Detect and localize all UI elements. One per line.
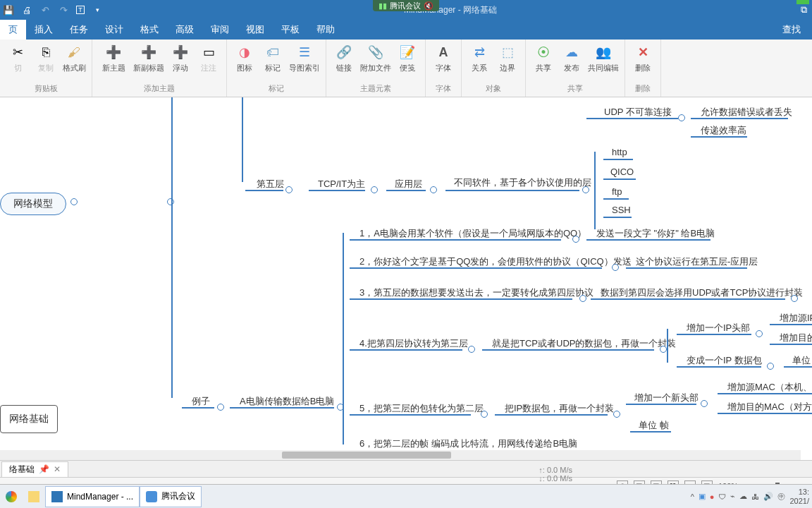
coedit-button[interactable]: 👥共同编辑	[586, 41, 620, 73]
group-markers: 标记	[231, 82, 321, 95]
undo-icon[interactable]: ↶	[39, 4, 51, 16]
node-appdesc[interactable]: 不同软件，基于各个协议使用的层	[451, 175, 594, 190]
handle[interactable]	[612, 264, 619, 271]
qat-dropdown-icon[interactable]: ▾	[92, 4, 103, 16]
node-proto-http[interactable]: http	[609, 145, 630, 159]
tab-view[interactable]: 视图	[238, 20, 273, 40]
find-button[interactable]: 查找	[771, 20, 812, 40]
handle[interactable]	[660, 346, 667, 353]
handle[interactable]	[582, 186, 589, 193]
tab-design[interactable]: 设计	[97, 20, 132, 40]
handle[interactable]	[701, 400, 708, 407]
taskbar-chrome[interactable]	[0, 486, 23, 507]
window-title: MindManager - 网络基础	[103, 4, 798, 16]
pin-icon[interactable]: 📌	[39, 464, 49, 474]
handle[interactable]	[285, 186, 293, 193]
node-proto-ssh[interactable]: SSH	[609, 203, 634, 217]
boundary-button[interactable]: ⬚边界	[494, 41, 521, 73]
handle[interactable]	[756, 330, 763, 337]
handle[interactable]	[613, 411, 620, 418]
group-add-topic: 添加主题	[97, 82, 222, 95]
attach-button[interactable]: 📎附加文件	[359, 41, 393, 73]
cut-button[interactable]: ✂切	[4, 41, 31, 73]
clock-time: 13:	[789, 488, 809, 496]
topic-icon[interactable]: T	[76, 6, 85, 14]
document-tab-label: 络基础	[9, 464, 35, 476]
publish-button[interactable]: ☁发布	[558, 41, 585, 73]
floating-button[interactable]: ➕浮动	[167, 41, 194, 73]
format-painter-button[interactable]: 🖌格式刷	[61, 41, 87, 73]
ribbon-tabs: 页 插入 任务 设计 格式 高级 审阅 视图 平板 帮助 查找	[0, 20, 812, 40]
node-step6[interactable]: 6，把第二层的帧 编码成 比特流，用网线传递给B电脑	[357, 436, 580, 450]
handle[interactable]	[678, 114, 685, 121]
tab-home[interactable]: 页	[0, 20, 26, 40]
callout-button[interactable]: ▭注注	[195, 41, 222, 73]
restore-icon[interactable]: ⧉	[798, 4, 809, 16]
tab-tablet[interactable]: 平板	[273, 20, 308, 40]
tab-task[interactable]: 任务	[61, 20, 97, 40]
delete-button[interactable]: ✕删除	[629, 41, 656, 73]
save-icon[interactable]: 💾	[3, 4, 14, 16]
print-icon[interactable]: 🖨	[21, 4, 32, 16]
tab-review[interactable]: 审阅	[202, 20, 238, 40]
taskbar-tencent[interactable]: 腾讯会议	[140, 486, 202, 507]
group-share: 共享	[530, 82, 620, 95]
notes-button[interactable]: 📝便笺	[394, 41, 421, 73]
map-index-button[interactable]: ☰导图索引	[288, 41, 321, 73]
mindmap-canvas[interactable]: 网络基础 网络模型 第五层 TCP/IT为主 应用层 不同软件，基于各个协议使用…	[0, 97, 812, 450]
node-center[interactable]: 网络模型	[0, 193, 66, 215]
tab-insert[interactable]: 插入	[26, 20, 61, 40]
handle[interactable]	[371, 186, 378, 193]
horizontal-scrollbar[interactable]	[0, 450, 801, 460]
group-elements: 主题元素	[331, 82, 421, 95]
tray-app1-icon[interactable]: ▣	[699, 492, 706, 501]
node-proto-qico[interactable]: QICO	[608, 165, 636, 179]
handle[interactable]	[579, 295, 586, 302]
new-subtopic-button[interactable]: ➕新副标题	[132, 41, 166, 73]
tray-cloud-icon[interactable]: ☁	[739, 492, 747, 501]
taskbar: MindManager - ... 腾讯会议 ^ ▣ ● 🛡 ⌁ ☁ 🖧 🔊 ㊥…	[0, 484, 812, 508]
node-root[interactable]: 网络基础	[0, 405, 58, 433]
document-tab[interactable]: 络基础 📌 ✕	[1, 461, 68, 477]
tab-format[interactable]: 格式	[132, 20, 167, 40]
meeting-status: ▮▮腾讯会议🔇	[373, 0, 439, 11]
tray-net-icon[interactable]: 🖧	[751, 492, 759, 501]
handle[interactable]	[481, 411, 488, 418]
taskbar-tencent-label: 腾讯会议	[161, 490, 195, 502]
system-tray[interactable]: ^ ▣ ● 🛡 ⌁ ☁ 🖧 🔊 ㊥ 13: 2021/	[688, 488, 812, 504]
network-speed: ↑: 0.0 M/s ↓: 0.0 M/s	[539, 464, 572, 484]
font-button[interactable]: A字体	[430, 41, 457, 73]
tray-ime-icon[interactable]: ㊥	[777, 491, 785, 502]
titlebar: 💾 🖨 ↶ ↷ T ▾ ▮▮腾讯会议🔇 MindManager - 网络基础 ⧉	[0, 0, 812, 20]
link-button[interactable]: 🔗链接	[331, 41, 357, 73]
new-topic-button[interactable]: ➕新主题	[97, 41, 130, 73]
tray-bt-icon[interactable]: ⌁	[730, 492, 735, 501]
handle[interactable]	[70, 198, 78, 205]
redo-icon[interactable]: ↷	[58, 4, 69, 16]
handle[interactable]	[217, 404, 224, 411]
close-tab-icon[interactable]: ✕	[54, 464, 61, 474]
tray-record-icon[interactable]: ●	[710, 492, 715, 501]
handle[interactable]	[767, 363, 774, 370]
handle[interactable]	[167, 198, 174, 205]
copy-button[interactable]: ⎘复制	[32, 41, 59, 73]
accent-bar	[796, 0, 809, 4]
tray-shield-icon[interactable]: 🛡	[718, 492, 726, 501]
taskbar-mindmanager[interactable]: MindManager - ...	[45, 486, 140, 507]
handle[interactable]	[572, 236, 579, 243]
handle[interactable]	[791, 295, 798, 302]
handle[interactable]	[468, 346, 475, 353]
handle[interactable]	[430, 186, 437, 193]
relationship-button[interactable]: ⇄关系	[466, 41, 493, 73]
node-proto-ftp[interactable]: ftp	[609, 185, 625, 198]
scrollbar-thumb[interactable]	[282, 452, 451, 459]
tray-up-icon[interactable]: ^	[691, 492, 694, 501]
tab-advanced[interactable]: 高级	[167, 20, 202, 40]
tab-help[interactable]: 帮助	[308, 20, 343, 40]
tray-vol-icon[interactable]: 🔊	[763, 492, 773, 501]
taskbar-explorer[interactable]	[23, 486, 45, 507]
ribbon: ✂切 ⎘复制 🖌格式刷 剪贴板 ➕新主题 ➕新副标题 ➕浮动 ▭注注 添加主题 …	[0, 40, 812, 97]
tags-button[interactable]: 🏷标记	[259, 41, 286, 73]
icons-button[interactable]: ◑图标	[231, 41, 258, 73]
share-button[interactable]: ⦿共享	[530, 41, 557, 73]
